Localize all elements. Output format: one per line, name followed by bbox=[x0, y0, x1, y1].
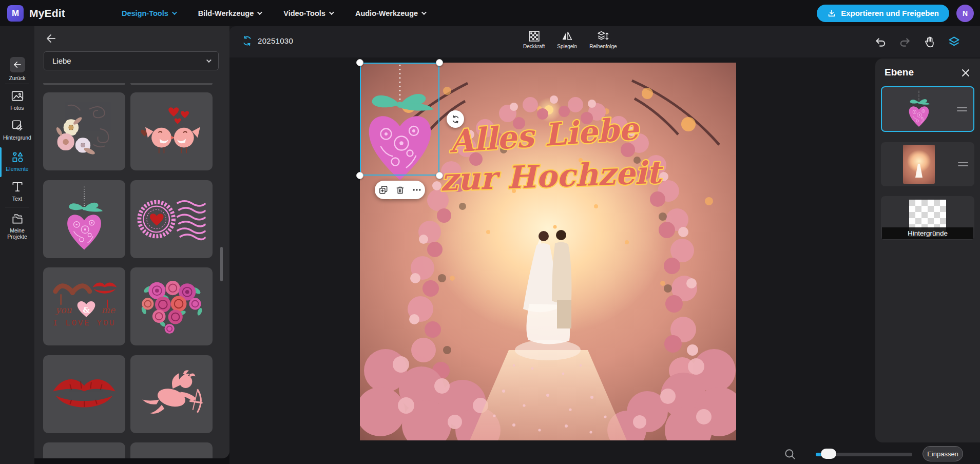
layer-thumb-heart-ornament bbox=[907, 89, 931, 129]
flip-horizontal-icon bbox=[561, 30, 573, 42]
element-thumb-clipped[interactable] bbox=[130, 442, 213, 458]
sidebar-item-hintergrund[interactable]: Hintergrund bbox=[0, 119, 34, 141]
headline-line2: zur Hochzeit bbox=[439, 154, 664, 198]
main-nav: Design-Tools Bild-Werkzeuge Video-Tools … bbox=[122, 9, 425, 17]
element-thumb-hanging-heart[interactable] bbox=[43, 180, 125, 258]
sidebar-item-zurueck[interactable]: Zurück bbox=[0, 57, 34, 81]
background-layer-label: Hintergründe bbox=[882, 227, 973, 239]
nav-video-tools[interactable]: Video-Tools bbox=[283, 9, 333, 17]
delete-trash-icon[interactable] bbox=[395, 185, 405, 195]
chevron-down-icon bbox=[421, 10, 427, 15]
chevron-down-icon bbox=[172, 10, 177, 15]
headline-line1: Alles Liebe bbox=[448, 110, 641, 160]
layer-order-icon bbox=[597, 30, 609, 42]
element-thumb-clipped[interactable] bbox=[43, 442, 125, 458]
shapes-icon bbox=[11, 150, 24, 164]
layers-panel: Ebene Hintergründe bbox=[875, 59, 980, 442]
element-thumb-love-birds[interactable] bbox=[130, 92, 213, 170]
selected-heart-ornament[interactable] bbox=[361, 63, 438, 186]
nav-label: Audio-Werkzeuge bbox=[355, 9, 418, 17]
you-text: you bbox=[55, 305, 72, 315]
element-thumb-rose-heart[interactable] bbox=[130, 267, 213, 345]
sidebar-label: Hintergrund bbox=[0, 134, 34, 141]
selection-tools: Deckkraft Spiegeln bbox=[523, 30, 617, 49]
sidebar-item-meine-projekte[interactable]: Meine Projekte bbox=[0, 212, 34, 240]
element-thumb-corner-flowers[interactable] bbox=[43, 92, 125, 170]
selection-handle-bottom-left[interactable] bbox=[356, 172, 363, 179]
sync-icon[interactable] bbox=[242, 35, 253, 46]
sidebar-item-elemente[interactable]: Elemente bbox=[0, 150, 34, 172]
layer-drag-handle[interactable] bbox=[957, 105, 967, 113]
sidebar-label: Elemente bbox=[0, 166, 34, 172]
chevron-down-icon bbox=[206, 57, 212, 63]
panel-back-arrow-icon[interactable] bbox=[45, 32, 57, 45]
chevron-down-icon bbox=[257, 10, 262, 15]
myedit-logo-icon: M bbox=[7, 5, 24, 22]
i-love-you-text: I LOVE YOU bbox=[53, 319, 116, 328]
divider bbox=[5, 207, 29, 207]
opacity-checkerboard-icon bbox=[528, 30, 540, 42]
elements-panel: Liebe & bbox=[34, 26, 229, 458]
fit-to-screen-button[interactable]: Einpassen bbox=[923, 446, 963, 461]
photo-icon bbox=[11, 89, 24, 103]
tool-spiegeln[interactable]: Spiegeln bbox=[557, 30, 577, 49]
selection-handle-bottom-right[interactable] bbox=[436, 172, 443, 179]
export-label: Exportieren und Freigeben bbox=[841, 9, 939, 17]
canvas-header: 20251030 Deckkraft bbox=[229, 26, 980, 57]
layer-row-wedding-photo[interactable] bbox=[881, 142, 974, 186]
nav-label: Bild-Werkzeuge bbox=[198, 9, 254, 17]
hand-tool-icon[interactable] bbox=[923, 35, 936, 48]
brand[interactable]: M MyEdit bbox=[0, 5, 105, 22]
divider bbox=[5, 84, 29, 84]
sidebar-label: Text bbox=[0, 196, 34, 202]
element-thumb-you-and-me[interactable]: & you me I LOVE YOU bbox=[43, 267, 125, 345]
element-thumb-heart-stamp[interactable] bbox=[130, 180, 213, 258]
amp-text: & bbox=[83, 305, 89, 314]
layer-drag-handle[interactable] bbox=[958, 160, 968, 168]
sidebar-item-text[interactable]: Text bbox=[0, 180, 34, 202]
duplicate-icon[interactable] bbox=[378, 185, 389, 195]
app-window: M MyEdit Design-Tools Bild-Werkzeuge Vid… bbox=[0, 0, 980, 464]
rotate-handle[interactable] bbox=[447, 110, 464, 128]
tool-deckkraft[interactable]: Deckkraft bbox=[523, 30, 545, 49]
layer-row-background[interactable]: Hintergründe bbox=[881, 196, 974, 240]
file-name: 20251030 bbox=[258, 36, 293, 45]
nav-label: Video-Tools bbox=[283, 9, 325, 17]
category-select[interactable]: Liebe bbox=[44, 51, 219, 70]
tool-label: Reihenfolge bbox=[589, 44, 617, 49]
topbar-right: Exportieren und Freigeben N bbox=[817, 5, 980, 22]
element-thumb-cupid[interactable] bbox=[130, 355, 213, 433]
layer-row-heart-ornament[interactable] bbox=[881, 86, 974, 132]
brand-name: MyEdit bbox=[29, 7, 65, 20]
nav-bild-werkzeuge[interactable]: Bild-Werkzeuge bbox=[198, 9, 261, 17]
zoom-search-icon[interactable] bbox=[783, 448, 797, 461]
export-button[interactable]: Exportieren und Freigeben bbox=[817, 5, 949, 22]
rotate-icon bbox=[451, 115, 460, 124]
back-arrow-icon bbox=[10, 57, 25, 72]
chevron-down-icon bbox=[329, 10, 334, 15]
zoom-slider-thumb[interactable] bbox=[821, 449, 836, 459]
user-avatar[interactable]: N bbox=[956, 5, 974, 22]
sidebar-item-fotos[interactable]: Fotos bbox=[0, 89, 34, 111]
text-icon bbox=[11, 180, 24, 194]
nav-audio-werkzeuge[interactable]: Audio-Werkzeuge bbox=[355, 9, 425, 17]
download-icon bbox=[827, 9, 836, 18]
panel-scrollbar[interactable] bbox=[220, 247, 223, 281]
selection-handle-top-right[interactable] bbox=[436, 59, 443, 66]
sidebar-label: Zurück bbox=[0, 75, 34, 81]
nav-design-tools[interactable]: Design-Tools bbox=[122, 9, 176, 17]
tool-label: Deckkraft bbox=[523, 44, 545, 49]
tool-label: Spiegeln bbox=[557, 44, 577, 49]
element-thumb-kiss-lips[interactable] bbox=[43, 355, 125, 433]
element-context-toolbar bbox=[375, 181, 425, 199]
element-thumb-clipped bbox=[43, 83, 125, 85]
top-bar: M MyEdit Design-Tools Bild-Werkzeuge Vid… bbox=[0, 0, 980, 26]
layers-panel-icon[interactable] bbox=[947, 35, 961, 49]
me-text: me bbox=[101, 305, 116, 315]
selection-handle-top-left[interactable] bbox=[356, 59, 363, 66]
tool-reihenfolge[interactable]: Reihenfolge bbox=[589, 30, 617, 49]
more-options-icon[interactable] bbox=[412, 185, 422, 195]
close-icon[interactable] bbox=[960, 68, 971, 78]
undo-icon[interactable] bbox=[874, 35, 887, 49]
redo-icon[interactable] bbox=[898, 35, 912, 49]
